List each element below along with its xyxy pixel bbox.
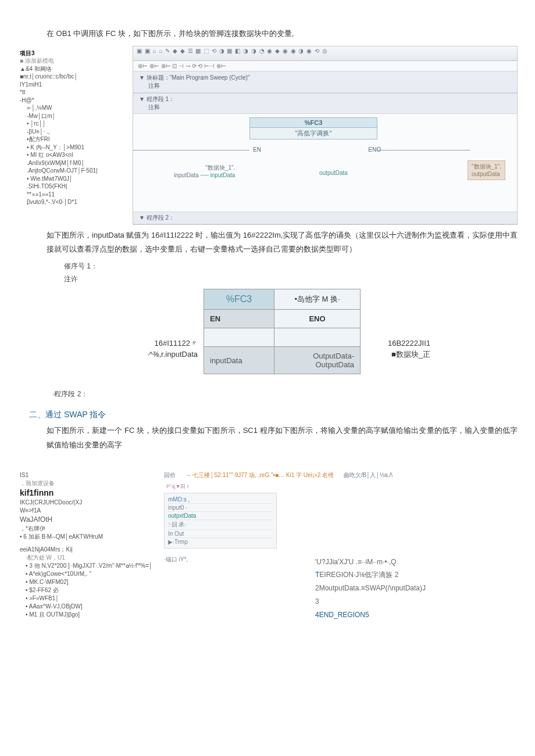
- fc-id: %FC3: [249, 117, 377, 128]
- iface-row: mMD:s ,: [168, 496, 273, 504]
- tree-row: eeiA1NjA04Mrs；Ki|: [20, 546, 159, 554]
- scl-code: 'U?JJia'XJ'U .≡··iM··m·•·,Q TEIREGION·J⅛…: [315, 556, 426, 622]
- tree-row: »·│,¼MW: [20, 104, 130, 112]
- fc3-eno: ENO: [274, 310, 361, 328]
- tree-title: 项目3: [20, 49, 130, 58]
- segment-header: ▼ 程序段 1： 注释: [133, 93, 517, 114]
- editor-2: 回价 →·七三楼│S2.11""·9J77 场, ,reG."•■… Ki1 字…: [162, 469, 518, 624]
- editor-toolbar[interactable]: ▣ ▣ ⌂ ⌂ ✎ ◆ ◆ ☰ ▦ ⬚ ⟲ ◑ ▦ ◧ ◑ ◑ ◔ ◉ ◆ ◉ …: [133, 46, 517, 61]
- pin-input: inputData: [211, 172, 236, 178]
- tree-row: kif1finnn: [20, 488, 159, 499]
- left-value: 16#I11122〃: [155, 339, 198, 347]
- code-line-4: 4END_REGION5: [315, 608, 426, 622]
- tree-row: **∝»1»»11: [20, 191, 130, 199]
- tree-row: • 3 他 N,V2*200 ] ·MigJXJT·.V2/m"·M**ɑ½·f…: [20, 562, 159, 570]
- paragraph-2: 如下图所示，inputData 赋值为 16#I11I2222 时，输出值为 1…: [17, 228, 518, 257]
- tree-row: ▲&4 和网络: [20, 65, 130, 73]
- tree-row: βvuto9,*-.V<0·│D*1: [20, 198, 130, 206]
- screenshot-1: 项目3 ■ 添加新模电 ▲&4 和网络 ■nr,t│cruonc::c/bc/b…: [17, 46, 518, 225]
- tree-row: •配方FRI: [20, 135, 130, 144]
- output-wire-label: "数据块_1". outputData: [468, 160, 505, 180]
- code-line-2: 2MoutputData.≡SWAP(/\nputData)J: [315, 582, 426, 595]
- fc3-pin-out: OutputData-OutputData: [274, 347, 361, 374]
- code-quote: 'U?JJia'XJ'U .≡··iM··m·•·,Q: [315, 556, 426, 569]
- tree-row: • M1 且 OUTMJ)βgo]: [20, 611, 159, 619]
- editor-nav-strip[interactable]: ⊕⊢ ⊕⊢ ⊕⊢ ⊡ ⊣ ⊸ ⟳ ⟲ ⊢⊣ ⊕⊢: [133, 61, 517, 71]
- iface-row: ▶·Trmp: [168, 538, 273, 546]
- tree-row: • MK.C·\MFM02]: [20, 578, 159, 586]
- code-line-3: 3: [315, 595, 426, 608]
- ladder-canvas: %FC3 "高低字调换" EN ENO "数据块_1". inputData ─…: [133, 114, 517, 212]
- seg-note-2: 注许: [17, 273, 518, 286]
- iface-row: input0 ·: [168, 504, 273, 512]
- tree-row: .AnjtoQCorwM-OJT│F·501|: [20, 167, 130, 175]
- fc-name: "高低字调换": [249, 128, 377, 139]
- tree-row: .SIHi.TO5(FKH|: [20, 182, 130, 191]
- interface-table: mMD:s , input0 · outpxtData :·回 承· In Ou…: [164, 493, 277, 549]
- project-tree-2: IS1 ，翡加渡设备 kif1finnn IKCJ(CRJUHCDooc/(XJ…: [17, 469, 162, 624]
- wire-db: "数据块_1".: [205, 164, 235, 171]
- hdr-d: Pʼsj▼田 r: [166, 483, 515, 490]
- fc3-pin-in: inputData: [204, 347, 274, 374]
- wire: [377, 150, 470, 151]
- tree-row: *tt: [20, 88, 130, 96]
- small-block: ·端口 iY*,: [164, 556, 234, 622]
- wire: [133, 150, 249, 151]
- tree-row: -H@*: [20, 96, 130, 105]
- screenshot-2: IS1 ，翡加渡设备 kif1finnn IKCJ(CRJUHCDooc/(XJ…: [17, 469, 518, 624]
- tree-row: ，翡加渡设备: [20, 479, 159, 488]
- tree-row: • $2-FF62 必: [20, 586, 159, 594]
- small-row: ·端口 iY*,: [164, 556, 234, 564]
- left-label: ·^⅜,r.inputData: [147, 350, 198, 359]
- tree-row: ■nr,t│cruonc::c/bc/bc│: [20, 73, 130, 81]
- wire-db-out: "数据块_1".: [472, 163, 501, 170]
- fc3-monitor-figure: 16#I11122〃 ·^⅜,r.inputData %FC3 •岛他字 M 换…: [93, 289, 436, 374]
- wire-var: inputData: [174, 172, 199, 178]
- iface-row: :·回 承·: [168, 520, 273, 530]
- iface-row: In Out: [168, 530, 273, 538]
- fc-block[interactable]: %FC3 "高低字调换": [249, 117, 377, 139]
- en-eno-row: EN ENO: [249, 146, 384, 153]
- tree-row: • Wie.tMwt7W0J│: [20, 175, 130, 183]
- intro-paragraph: 在 OB1 中调用该 FC 块，如下图所示，并给块的管脚连接数据块中的变量,: [17, 27, 518, 41]
- en-label: EN: [253, 146, 261, 153]
- hdr-a: 回价: [164, 472, 176, 478]
- tree-row: • »F»WFB1│: [20, 594, 159, 603]
- segment-2-strip: ▼ 程序段 2：: [133, 212, 517, 224]
- wire-var-out: outputData: [472, 171, 500, 177]
- fc3-en: EN: [204, 310, 274, 328]
- segment-1-label: ▼ 程序段 1：: [139, 96, 174, 102]
- tree-row: • 6 加新 B·M--QM│eAKTWHruM: [20, 533, 159, 541]
- tree-row: IY1miH1: [20, 81, 130, 89]
- paragraph-3: 如下图所示，新建一个 FC 块，块的接口变量如下图所示，SC1 程序如下图所示，…: [17, 424, 518, 452]
- block-title-row: ▼ 块标题："Main Program Sweep (Cycle)" 注释: [133, 71, 517, 93]
- tree-row: IS1: [20, 471, 159, 479]
- editor-2-header: 回价 →·七三楼│S2.11""·9J77 场, ,reG."•■… Ki1 字…: [164, 471, 515, 479]
- input-wire-label: "数据块_1". inputData ── inputData: [174, 164, 235, 179]
- right-label: ■数据块_正: [391, 350, 430, 359]
- segment-comment: 注释: [139, 104, 160, 110]
- right-value: 16B2222JII1: [388, 339, 430, 347]
- fc3-id: %FC3: [204, 289, 274, 310]
- fc3-name: •岛他字 M 换·: [274, 289, 361, 310]
- tree-row: -Mw│口m│: [20, 112, 130, 120]
- block-editor: ▣ ▣ ⌂ ⌂ ✎ ◆ ◆ ☰ ▦ ⬚ ⟲ ◑ ▦ ◧ ◑ ◑ ◔ ◉ ◆ ◉ …: [133, 46, 518, 225]
- hdr-c: 曲吃欠/B│入│½a./\: [344, 472, 393, 478]
- tree-row: W≡>f1A: [20, 507, 159, 515]
- block-title: ▼ 块标题："Main Program Sweep (Cycle)": [139, 74, 249, 81]
- block-comment: 注释: [139, 83, 160, 89]
- tree-row: ·配方处 W，U1: [20, 554, 159, 562]
- project-tree: 项目3 ■ 添加新模电 ▲&4 和网络 ■nr,t│cruonc::c/bc/b…: [17, 46, 133, 225]
- iface-row: outpxtData: [168, 512, 273, 520]
- tree-row: ，*右牌伊: [20, 525, 159, 533]
- tree-row: • AAax^W-VJ,OBjDW]: [20, 603, 159, 611]
- hdr-b: →·七三楼│S2.11""·9J77 场, ,reG."•■… Ki1 字 Ue…: [186, 472, 334, 478]
- tree-row: WaJAfOtH: [20, 515, 159, 525]
- tree-row: • K 内--N_Y：│>M901: [20, 144, 130, 152]
- tree-row: • MI 红 o<AW3<nI: [20, 151, 130, 159]
- tree-row: -βU≡│· .,: [20, 128, 130, 136]
- code-line-1: EIREGION·J⅛低字滴族 2: [319, 571, 398, 579]
- tree-row: • A*ek)gCowe<*10UrM,. ": [20, 570, 159, 578]
- seg-note-1: 催序号 1：: [17, 260, 518, 273]
- tree-row: .AnIIx9(xWMjM│f·M0│: [20, 159, 130, 167]
